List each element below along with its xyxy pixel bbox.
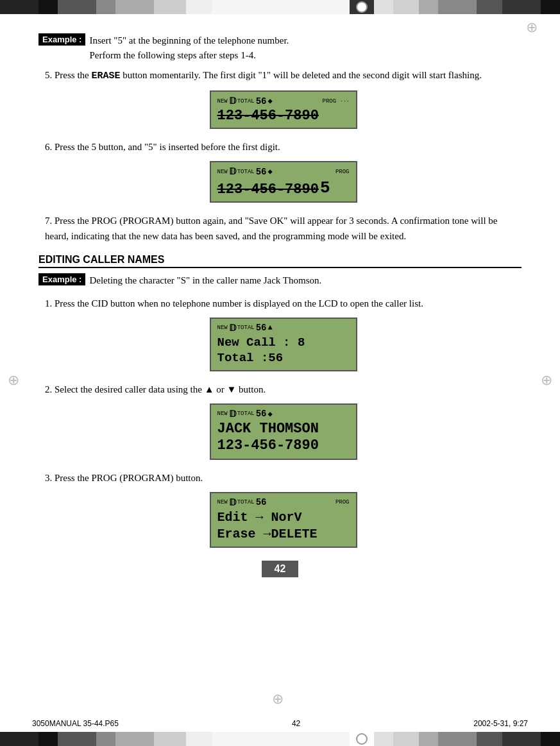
lcd-top-row-e3: NEW 𝔻 TOTAL 56 PROG: [217, 497, 350, 508]
example2-text: Deleting the character "S" in the caller…: [89, 273, 321, 288]
example-text: Insert "5" at the beginning of the telep…: [89, 33, 289, 62]
step-5-text: 5. Press the ERASE button momentarily. T…: [45, 67, 522, 84]
edit-step-3-lcd-container: NEW 𝔻 TOTAL 56 PROG Edit → NorV Erase →D…: [45, 492, 522, 548]
page-number-container: 42: [38, 561, 522, 577]
lcd-newcall-row1: New Call : 8: [217, 335, 350, 351]
crosshair-top-right: ⊕: [526, 19, 538, 36]
lcd-newcall-row2: Total :56: [217, 350, 350, 366]
footer: 3050MANUAL 35-44.P65 42 2002-5-31, 9:27: [0, 719, 560, 728]
footer-left: 3050MANUAL 35-44.P65: [32, 719, 119, 728]
bottom-bar: [0, 732, 560, 746]
edit-step-1-lcd: NEW 𝔻 TOTAL 56 ▲ New Call : 8 Total :56: [210, 318, 357, 371]
step-6-lcd: NEW 𝔻 TOTAL 56 ◆ PROG 123-456-7890 5: [210, 161, 357, 203]
edit-step-1-lcd-container: NEW 𝔻 TOTAL 56 ▲ New Call : 8 Total :56: [45, 318, 522, 371]
lcd-edit-row1: Edit → NorV: [217, 509, 350, 526]
step-6-text: 6. Press the 5 button, and "5" is insert…: [45, 139, 522, 155]
lcd-top-row-6: NEW 𝔻 TOTAL 56 ◆ PROG: [217, 166, 350, 177]
main-content: Example : Insert "5" at the beginning of…: [0, 14, 560, 609]
lcd-jack-name: JACK THOMSON: [217, 421, 350, 437]
edit-step-3: 3. Press the PROG (PROGRAM) button. NEW …: [38, 470, 522, 548]
footer-right: 2002-5-31, 9:27: [473, 719, 528, 728]
example2-block: Example : Deleting the character "S" in …: [38, 273, 522, 288]
page-number: 42: [262, 561, 299, 577]
section-heading-editing: EDITING CALLER NAMES: [38, 254, 522, 268]
crosshair-mid-right: ⊕: [541, 372, 552, 389]
lcd-top-row-e1: NEW 𝔻 TOTAL 56 ▲: [217, 323, 350, 334]
step-6-lcd-container: NEW 𝔻 TOTAL 56 ◆ PROG 123-456-7890 5: [45, 161, 522, 203]
top-bar: [0, 0, 560, 14]
lcd-5-insert: 5: [320, 178, 330, 198]
example2-label: Example :: [38, 273, 85, 285]
edit-step-3-text: 3. Press the PROG (PROGRAM) button.: [45, 470, 522, 486]
lcd-top-row-5: NEW 𝔻 TOTAL 56 ◆ PROG ···: [217, 96, 350, 106]
edit-step-2: 2. Select the desired caller data using …: [38, 382, 522, 460]
edit-step-2-lcd-container: NEW 𝔻 TOTAL 56 ◆ JACK THOMSON 123-456-78…: [45, 403, 522, 460]
step-7: 7. Press the PROG (PROGRAM) button again…: [38, 213, 522, 244]
edit-step-1: 1. Press the CID button when no telephon…: [38, 296, 522, 371]
lcd-row-6-with-5: 123-456-7890 5: [217, 178, 350, 198]
lcd-top-row-e2: NEW 𝔻 TOTAL 56 ◆: [217, 409, 350, 420]
crosshair-mid-left: ⊕: [8, 372, 19, 389]
lcd-jack-number: 123-456-7890: [217, 437, 350, 454]
footer-center: 42: [292, 719, 300, 728]
lcd-main-display-6: 123-456-7890: [217, 182, 319, 198]
edit-step-2-text: 2. Select the desired caller data using …: [45, 382, 522, 397]
lcd-main-display-5: 123-456-7890: [217, 108, 350, 124]
edit-step-1-text: 1. Press the CID button when no telephon…: [45, 296, 522, 311]
edit-step-3-lcd: NEW 𝔻 TOTAL 56 PROG Edit → NorV Erase →D…: [210, 492, 357, 548]
step-6: 6. Press the 5 button, and "5" is insert…: [38, 139, 522, 203]
step-5-lcd-container: NEW 𝔻 TOTAL 56 ◆ PROG ··· 123-456-7890: [45, 90, 522, 129]
lcd-edit-row2: Erase →DELETE: [217, 526, 350, 543]
step-5-lcd: NEW 𝔻 TOTAL 56 ◆ PROG ··· 123-456-7890: [210, 90, 357, 129]
crosshair-bottom: ⊕: [272, 691, 284, 708]
step-5: 5. Press the ERASE button momentarily. T…: [38, 67, 522, 129]
example-label: Example :: [38, 33, 85, 46]
step-7-text: 7. Press the PROG (PROGRAM) button again…: [45, 213, 522, 244]
edit-step-2-lcd: NEW 𝔻 TOTAL 56 ◆ JACK THOMSON 123-456-78…: [210, 403, 357, 460]
example-intro: Example : Insert "5" at the beginning of…: [38, 33, 522, 62]
